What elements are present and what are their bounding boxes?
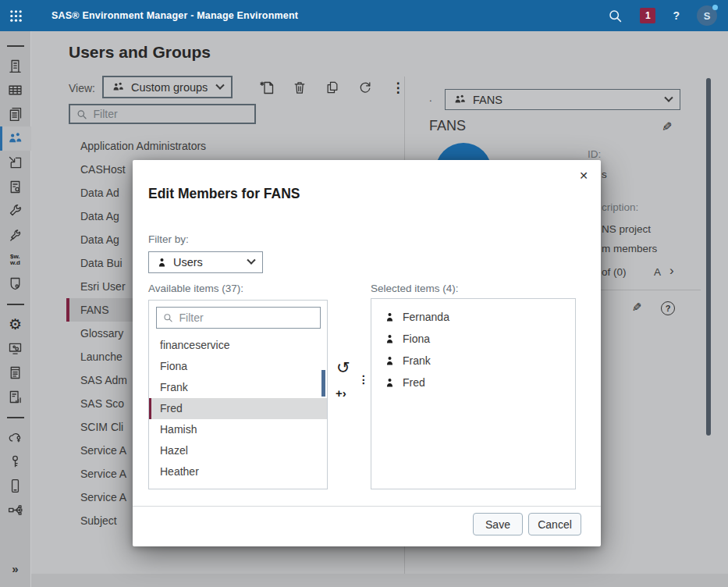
network-icon: [7, 502, 23, 518]
groups-filter: [69, 104, 256, 124]
group-row[interactable]: Application Administrators: [66, 134, 402, 158]
available-item[interactable]: Frank: [149, 377, 327, 398]
sidebar-item-jobs[interactable]: [0, 175, 31, 199]
view-selector[interactable]: Custom groups: [102, 76, 233, 98]
avatar-initial: S: [704, 10, 711, 22]
selected-item[interactable]: Fernanda: [371, 306, 575, 328]
mobile-device-icon: [7, 478, 23, 494]
sidebar-item-content[interactable]: [0, 102, 31, 126]
selected-rows: Fernanda Fiona Frank: [371, 306, 575, 393]
copy-group-button[interactable]: [323, 78, 342, 97]
wrench-icon: [7, 203, 23, 219]
selected-item[interactable]: Fiona: [371, 328, 575, 350]
cloud-key-icon: [7, 429, 23, 446]
gear-icon: ⚙: [9, 317, 22, 332]
groups-filter-input[interactable]: [94, 108, 248, 120]
app-launcher-icon[interactable]: [0, 0, 31, 31]
grid-dots-icon: [9, 9, 23, 23]
group-id-label: ID:: [588, 148, 601, 160]
selected-items-list: Fernanda Fiona Frank: [371, 298, 576, 489]
selected-item[interactable]: Frank: [371, 350, 575, 372]
sidebar-item-configuration[interactable]: [0, 199, 31, 223]
available-item[interactable]: Hazel: [149, 440, 327, 461]
available-rows: financeservice Fiona Frank Fred Hamish H…: [149, 335, 327, 482]
group-id-value-partial: s: [602, 169, 607, 180]
cancel-button[interactable]: Cancel: [528, 513, 581, 535]
new-page-icon: [259, 80, 275, 96]
available-item-selected[interactable]: Fred: [149, 398, 327, 419]
avatar[interactable]: S: [697, 5, 717, 26]
available-item[interactable]: financeservice: [149, 335, 327, 356]
description-line-2: m members: [602, 243, 657, 254]
available-list-scrollbar[interactable]: [321, 370, 325, 397]
available-filter: [156, 307, 321, 329]
close-icon[interactable]: ✕: [576, 166, 591, 185]
group-detail-selector[interactable]: FANS: [445, 89, 680, 110]
chevrons-right-icon: »: [12, 562, 18, 575]
sort-toggle[interactable]: A: [654, 266, 661, 278]
refresh-icon: [357, 80, 373, 95]
reset-button[interactable]: ↺: [336, 359, 350, 375]
available-item[interactable]: Hamish: [149, 419, 327, 440]
group-detail-title: FANS: [429, 118, 466, 134]
filter-by-value: Users: [173, 256, 203, 269]
selected-item-name: Frank: [403, 354, 431, 367]
tools-icon: [7, 227, 23, 244]
search-icon: [76, 109, 87, 120]
notification-badge[interactable]: 1: [640, 8, 655, 23]
top-bar: SAS® Environment Manager - Manage Enviro…: [0, 0, 728, 31]
list-gear-icon: [7, 179, 23, 195]
edit-group-button[interactable]: ✎: [662, 119, 672, 134]
sidebar-item-logs[interactable]: [0, 361, 31, 385]
sidebar-item-cloud-keys[interactable]: [0, 425, 31, 450]
delete-group-button[interactable]: [290, 78, 309, 97]
refresh-button[interactable]: [356, 78, 375, 97]
sidebar-divider: [7, 304, 24, 305]
selected-items-label: Selected items (4):: [371, 283, 459, 294]
description-label-partial: cription:: [602, 201, 638, 213]
save-button[interactable]: Save: [473, 513, 523, 535]
members-divider: [601, 290, 701, 290]
next-page-button[interactable]: ›: [669, 263, 674, 279]
report-chart-icon: [7, 389, 23, 405]
sidebar-item-encryption[interactable]: [0, 450, 31, 474]
sidebar-item-servers[interactable]: [0, 54, 31, 78]
transfer-more-button[interactable]: ⋮: [358, 373, 369, 386]
selected-item-name: Fred: [403, 376, 425, 389]
filter-by-label: Filter by:: [148, 233, 189, 245]
sidebar-item-data[interactable]: [0, 78, 31, 102]
sidebar-divider: [7, 417, 24, 418]
view-selector-value: Custom groups: [131, 81, 208, 94]
available-item[interactable]: Fiona: [149, 356, 327, 377]
key-icon: [7, 454, 23, 470]
help-button[interactable]: ?: [673, 9, 680, 22]
filter-by-selector[interactable]: Users: [148, 251, 263, 273]
copy-icon: [325, 80, 340, 95]
sidebar: $w. w.d ⚙: [0, 31, 31, 587]
add-to-selected-button[interactable]: +›: [336, 386, 346, 400]
group-detail-selector-value: FANS: [473, 94, 502, 106]
new-group-button[interactable]: [257, 78, 276, 97]
sidebar-expand-button[interactable]: »: [0, 557, 31, 581]
avatar-status-dot: [712, 5, 718, 10]
sidebar-item-connections[interactable]: [0, 498, 31, 522]
sidebar-item-tools[interactable]: [0, 223, 31, 247]
edit-members-button[interactable]: ✎: [632, 301, 642, 315]
available-item[interactable]: Heather: [149, 461, 327, 482]
sidebar-item-mobile[interactable]: [0, 474, 31, 498]
sidebar-item-import[interactable]: [0, 151, 31, 175]
available-filter-input[interactable]: [179, 311, 314, 324]
sidebar-item-domains[interactable]: [0, 272, 31, 296]
sidebar-divider: [7, 45, 24, 47]
sidebar-item-monitoring[interactable]: [0, 336, 31, 361]
sidebar-item-settings[interactable]: ⚙: [0, 312, 31, 336]
sidebar-item-formats[interactable]: $w. w.d: [0, 247, 31, 272]
search-icon[interactable]: [608, 9, 623, 23]
selected-item[interactable]: Fred: [371, 372, 575, 393]
chevron-down-icon: [247, 256, 255, 265]
topbar-actions: 1 ? S: [608, 5, 728, 26]
sidebar-item-users-groups[interactable]: [0, 126, 31, 151]
panel-scrollbar[interactable]: [706, 78, 711, 436]
members-help-button[interactable]: ?: [661, 301, 675, 315]
sidebar-item-reports[interactable]: [0, 385, 31, 409]
